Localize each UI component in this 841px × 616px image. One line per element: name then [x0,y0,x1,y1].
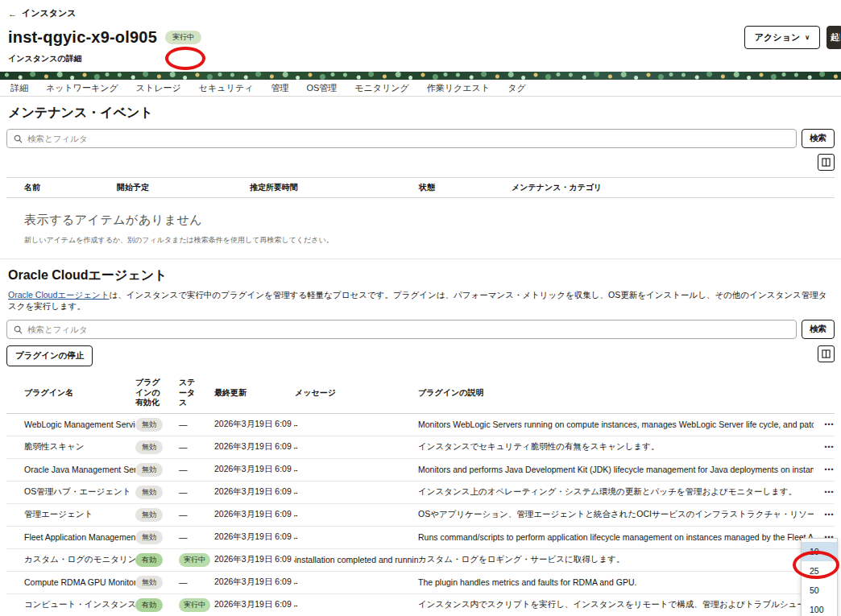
plugin-message: - [295,442,418,452]
tab-os-management[interactable]: OS管理 [297,82,346,94]
stop-plugin-button[interactable]: プラグインの停止 [6,345,93,366]
table-row: WebLogic Management Service 無効 — 2026年3月… [6,414,835,436]
row-actions-icon[interactable]: ⋯ [814,464,835,475]
table-row: OS管理ハブ・エージェント 無効 — 2026年3月19日 6:09 JST -… [6,482,835,504]
row-actions-icon[interactable]: ⋯ [814,419,835,430]
header-actions: アクション ∨ 起動 [744,26,841,49]
plugin-description: Monitors WebLogic Servers running on com… [418,420,814,429]
tab-monitoring[interactable]: モニタリング [346,82,418,94]
column-header[interactable]: メンテナンス・カテゴリ [512,182,835,193]
last-updated: 2026年3月19日 6:09 JST [214,441,295,453]
agent-heading: Oracle Cloudエージェント [8,267,835,284]
table-row: 管理エージェント 無効 — 2026年3月19日 6:09 JST - OSやア… [6,504,835,527]
plugin-description: Runs command/scripts to perform applicat… [418,532,814,542]
tab-management[interactable]: 管理 [262,82,297,94]
maintenance-search-button[interactable]: 検索 [802,129,835,148]
agent-search-input[interactable] [27,325,789,334]
plugin-name: 脆弱性スキャン [24,441,135,453]
instance-status-badge: 実行中 [165,31,201,44]
enabled-badge: 無効 [135,576,163,589]
agent-search-box[interactable] [6,320,797,339]
column-header[interactable]: 名前 [24,182,117,193]
agent-doc-link[interactable]: Oracle Cloudエージェント [8,290,110,300]
status-badge: 実行中 [179,553,210,567]
maintenance-search-box[interactable] [6,129,797,148]
last-updated: 2026年3月19日 6:09 JST [214,577,295,588]
plugin-message: - [295,532,418,542]
plugin-message: - [295,600,418,610]
plugin-status: — [179,465,214,474]
enabled-badge: 無効 [135,463,163,477]
plugin-name: Oracle Java Management Service [24,465,135,474]
plugin-name: カスタム・ログのモニタリング [24,554,135,565]
agent-search-button[interactable]: 検索 [802,320,835,339]
enabled-badge: 無効 [135,486,163,499]
instance-details-page: ← インスタンス inst-qgyic-x9-ol905 実行中 アクション ∨… [0,0,841,616]
maintenance-search-input[interactable] [27,134,789,143]
table-row: Compute RDMA GPU Monitoring 無効 — 2026年3月… [6,572,835,594]
plugin-status: — [179,532,214,542]
column-header[interactable]: 最終更新 [214,387,295,399]
plugin-description: インスタンス上のオペレーティング・システム環境の更新とパッチを管理およびモニター… [418,486,814,498]
per-page-option-25[interactable]: 25 [802,561,837,581]
column-header[interactable]: プラグイン名 [24,387,135,399]
last-updated: 2026年3月19日 6:09 JST [214,599,295,610]
enabled-badge: 無効 [135,508,163,522]
search-icon [14,325,23,334]
tab-bar: 詳細 ネットワーキング ストレージ セキュリティ 管理 OS管理 モニタリング … [0,80,841,97]
oracle-cloud-agent-section: Oracle Cloudエージェント Oracle Cloudエージェントは、イ… [0,267,841,616]
maintenance-events-section: メンテナンス・イベント 検索 名前 開始予定 推定所要時間 状態 メンテナンス・… [0,105,841,258]
enabled-badge: 無効 [135,440,163,454]
plugin-status: — [179,577,214,587]
maintenance-toolbar [6,154,835,171]
enabled-badge: 無効 [135,418,163,432]
column-header[interactable]: プラグインの有効化 [135,378,179,408]
empty-state-caption: 新しいアイテムを作成するか、別のフィルタまたは検索条件を使用して再検索してくださ… [6,228,835,258]
per-page-option-10[interactable]: 10 [802,542,837,561]
row-actions-icon[interactable]: ⋯ [814,441,835,453]
breadcrumb-label[interactable]: インスタンス [22,7,77,19]
plugin-name: Compute RDMA GPU Monitoring [24,577,135,587]
tab-tags[interactable]: タグ [499,82,535,94]
column-settings-icon[interactable] [818,154,835,171]
table-row: 脆弱性スキャン 無効 — 2026年3月19日 6:09 JST - インスタン… [6,436,835,459]
actions-button[interactable]: アクション ∨ [744,26,820,49]
plugin-name: OS管理ハブ・エージェント [24,486,135,498]
primary-action-button-clipped[interactable]: 起動 [826,26,841,49]
breadcrumb[interactable]: ← インスタンス [0,0,841,19]
column-settings-icon[interactable] [818,345,835,362]
column-header[interactable]: 開始予定 [117,182,250,193]
per-page-option-50[interactable]: 50 [802,581,837,600]
plugin-description: OSやアプリケーション、管理エージェントと統合されたOCIサービスのインフラスト… [418,509,814,520]
plugin-description: インスタンス内でスクリプトを実行し、インスタンスをリモートで構成、管理およびトラ… [418,599,814,610]
plugin-status: — [179,442,214,452]
row-actions-icon[interactable]: ⋯ [814,486,835,498]
plugin-status: — [179,487,214,497]
table-row: カスタム・ログのモニタリング 有効 実行中 2026年3月19日 6:09 JS… [6,549,835,572]
tab-details[interactable]: 詳細 [2,82,37,94]
tab-work-requests[interactable]: 作業リクエスト [418,82,499,94]
tab-storage[interactable]: ストレージ [127,82,190,94]
tab-networking[interactable]: ネットワーキング [37,82,127,94]
title-row: inst-qgyic-x9-ol905 実行中 アクション ∨ 起動 [0,19,841,49]
last-updated: 2026年3月19日 6:09 JST [214,486,295,498]
column-header[interactable]: ステータス [179,378,214,408]
last-updated: 2026年3月19日 6:09 JST [214,464,295,475]
column-header[interactable]: プラグインの説明 [418,387,814,399]
status-badge: 実行中 [179,598,210,612]
column-header[interactable]: 状態 [419,182,512,193]
maintenance-heading: メンテナンス・イベント [8,105,835,122]
column-header[interactable]: 推定所要時間 [250,182,419,193]
plugin-description: Monitors and performs Java Development K… [418,465,814,474]
tab-security[interactable]: セキュリティ [190,82,263,94]
table-row: Fleet Application Management Service 無効 … [6,527,835,549]
per-page-option-100[interactable]: 100 [802,600,837,616]
plugin-name: 管理エージェント [24,509,135,520]
plugin-message: - [295,420,418,429]
last-updated: 2026年3月19日 6:09 JST [214,509,295,520]
row-actions-icon[interactable]: ⋯ [814,509,835,520]
column-header[interactable]: メッセージ [295,387,418,399]
empty-state-title: 表示するアイテムがありません [6,198,835,228]
agent-search-row: 検索 [6,320,835,339]
plugin-description: インスタンスでセキュリティ脆弱性の有無をスキャンします。 [418,441,814,453]
